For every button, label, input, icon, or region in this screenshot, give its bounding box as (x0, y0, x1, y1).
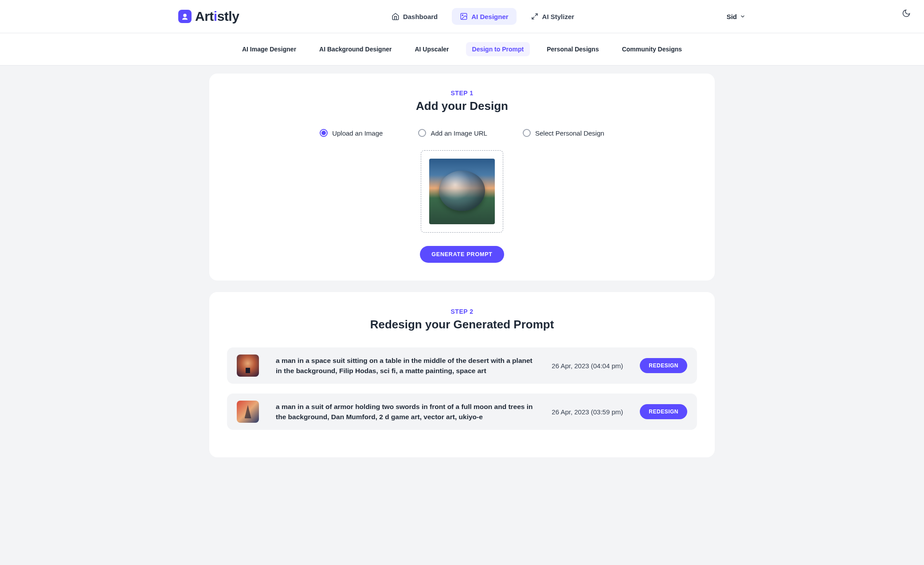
logo-mark-icon (178, 10, 192, 23)
top-bar: Artistly Dashboard AI Designer AI Styliz… (0, 0, 924, 33)
subnav-item-ai-image-designer[interactable]: AI Image Designer (236, 42, 302, 56)
prompt-text: a man in a suit of armor holding two swo… (276, 401, 535, 422)
generate-prompt-button[interactable]: GENERATE PROMPT (420, 246, 504, 263)
upload-mode-radios: Upload an ImageAdd an Image URLSelect Pe… (227, 129, 697, 137)
prompt-date: 26 Apr, 2023 (04:04 pm) (552, 362, 623, 370)
user-menu[interactable]: Sid (727, 13, 746, 20)
moon-icon (902, 9, 911, 18)
step2-card: STEP 2 Redesign your Generated Prompt a … (209, 292, 715, 457)
nav-dashboard[interactable]: Dashboard (384, 8, 446, 25)
subnav-item-personal-designs[interactable]: Personal Designs (540, 42, 605, 56)
radio-label: Upload an Image (332, 129, 383, 137)
user-name: Sid (727, 13, 737, 20)
redesign-button[interactable]: REDESIGN (640, 404, 687, 419)
step2-title: Redesign your Generated Prompt (227, 318, 697, 331)
radio-label: Select Personal Design (535, 129, 604, 137)
radio-add-an-image-url[interactable]: Add an Image URL (418, 129, 487, 137)
logo[interactable]: Artistly (178, 9, 239, 24)
upload-preview-image (429, 159, 495, 224)
sub-nav: AI Image DesignerAI Background DesignerA… (0, 33, 924, 66)
prompt-thumbnail (237, 401, 259, 423)
step1-card: STEP 1 Add your Design Upload an ImageAd… (209, 74, 715, 281)
theme-toggle[interactable] (902, 9, 911, 19)
main-nav: Dashboard AI Designer AI Stylizer (384, 8, 582, 25)
expand-icon (531, 12, 539, 20)
prompt-thumbnail (237, 355, 259, 377)
nav-ai-designer[interactable]: AI Designer (452, 8, 516, 25)
subnav-item-design-to-prompt[interactable]: Design to Prompt (466, 42, 530, 56)
subnav-item-community-designs[interactable]: Community Designs (616, 42, 688, 56)
subnav-item-ai-upscaler[interactable]: AI Upscaler (408, 42, 455, 56)
home-icon (392, 12, 399, 20)
radio-circle-icon (523, 129, 531, 137)
nav-stylizer-label: AI Stylizer (542, 13, 575, 20)
nav-dashboard-label: Dashboard (403, 13, 438, 20)
prompt-date: 26 Apr, 2023 (03:59 pm) (552, 408, 623, 416)
upload-dropzone[interactable] (421, 150, 503, 233)
image-icon (460, 12, 468, 20)
radio-select-personal-design[interactable]: Select Personal Design (523, 129, 604, 137)
prompt-text: a man in a space suit sitting on a table… (276, 355, 535, 376)
radio-label: Add an Image URL (431, 129, 487, 137)
nav-designer-label: AI Designer (471, 13, 508, 20)
svg-point-0 (183, 14, 187, 17)
radio-upload-an-image[interactable]: Upload an Image (320, 129, 383, 137)
prompt-row: a man in a suit of armor holding two swo… (227, 394, 697, 430)
nav-ai-stylizer[interactable]: AI Stylizer (523, 8, 583, 25)
chevron-down-icon (740, 13, 746, 19)
step1-title: Add your Design (227, 99, 697, 113)
svg-point-2 (462, 15, 463, 16)
step2-label: STEP 2 (227, 308, 697, 315)
prompt-row: a man in a space suit sitting on a table… (227, 347, 697, 384)
radio-circle-icon (418, 129, 426, 137)
redesign-button[interactable]: REDESIGN (640, 358, 687, 373)
radio-circle-icon (320, 129, 328, 137)
subnav-item-ai-background-designer[interactable]: AI Background Designer (313, 42, 398, 56)
step1-label: STEP 1 (227, 90, 697, 97)
brand-text: Artistly (195, 9, 239, 24)
